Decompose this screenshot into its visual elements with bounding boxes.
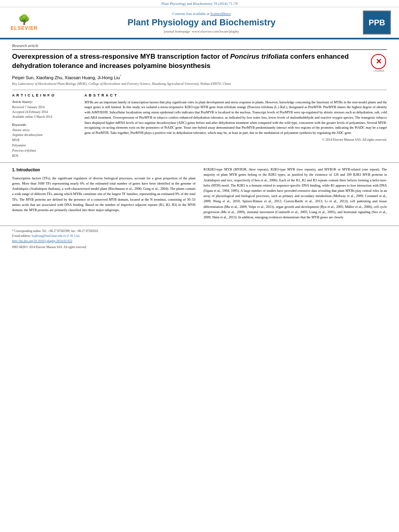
keyword-4: Polyamine bbox=[12, 143, 76, 148]
received-date: Received 7 January 2014 bbox=[12, 105, 76, 110]
keyword-3: MYB bbox=[12, 138, 76, 143]
keyword-6: ROS bbox=[12, 154, 76, 159]
journal-title: Plant Physiology and Biochemistry bbox=[44, 17, 359, 28]
tree-icon: 🌳 bbox=[18, 14, 30, 25]
elsevier-logo: 🌳 ELSEVIER bbox=[8, 14, 40, 31]
article-type-text: Research article bbox=[12, 43, 38, 48]
title-part1: Overexpression of a stress-responsive MY… bbox=[12, 53, 230, 60]
keyword-2: Arginine decarboxylase bbox=[12, 133, 76, 138]
ppb-text: PPB bbox=[368, 18, 385, 27]
corresponding-author: * Corresponding author. Tel.: +86 27 872… bbox=[12, 229, 387, 233]
accepted-date: Accepted 24 February 2014 bbox=[12, 110, 76, 115]
author-names: Peipei Sun, Xiaofang Zhu, Xiaosan Huang,… bbox=[12, 75, 120, 80]
keywords-label: Keywords: bbox=[12, 123, 76, 127]
email-label: E-mail address: bbox=[12, 234, 31, 238]
journal-citation-text: Plant Physiology and Biochemistry 78 (20… bbox=[161, 2, 238, 6]
contents-text: Contents lists available at bbox=[173, 12, 210, 16]
section-divider bbox=[0, 162, 399, 163]
email-value: liujihong@mail.hzau.edu.cn (J.-H. Liu). bbox=[32, 234, 80, 238]
issn-text: 0981-9428/© 2014 Elsevier Masson SAS. Al… bbox=[0, 244, 399, 250]
intro-para-1-text: Transcription factors (TFs), the signifi… bbox=[12, 176, 195, 212]
article-type: Research article bbox=[12, 43, 387, 50]
crossmark-badge[interactable]: ✕ CrossMark bbox=[371, 54, 387, 70]
article-title: Overexpression of a stress-responsive MY… bbox=[12, 52, 367, 71]
intro-para-1: Transcription factors (TFs), the signifi… bbox=[12, 176, 195, 213]
history-label: Article history: bbox=[12, 100, 76, 104]
journal-header: 🌳 ELSEVIER Contents lists available at S… bbox=[0, 7, 399, 39]
journal-center: Contents lists available at ScienceDirec… bbox=[44, 12, 359, 33]
email-line: E-mail address: liujihong@mail.hzau.edu.… bbox=[12, 234, 387, 238]
ppb-logo: PPB bbox=[363, 10, 391, 35]
body-content: 1. Introduction Transcription factors (T… bbox=[0, 167, 399, 222]
crossmark-text: CrossMark bbox=[371, 70, 387, 72]
affiliation-text: Key Laboratory of Horticultural Plant Bi… bbox=[12, 82, 231, 86]
article-info-abstract: A R T I C L E I N F O Article history: R… bbox=[12, 90, 387, 159]
keywords-section: Keywords: Abiotic stress Arginine decarb… bbox=[12, 123, 76, 159]
author-superscript: * bbox=[120, 74, 121, 78]
abstract-header: A B S T R A C T bbox=[84, 93, 387, 97]
sciencedirect-text: ScienceDirect bbox=[210, 12, 230, 16]
article-info-panel: A R T I C L E I N F O Article history: R… bbox=[12, 93, 76, 159]
body-col-left: 1. Introduction Transcription factors (T… bbox=[12, 167, 195, 222]
intro-heading: 1. Introduction bbox=[12, 167, 195, 173]
keyword-5: Poncirus trifoliata bbox=[12, 148, 76, 154]
crossmark-icon: ✕ bbox=[371, 54, 386, 69]
elsevier-wordmark: ELSEVIER bbox=[10, 25, 37, 31]
sciencedirect-link[interactable]: Contents lists available at ScienceDirec… bbox=[44, 12, 359, 16]
abstract-text: MYBs are an important family of transcri… bbox=[84, 100, 387, 136]
intro-para-2-text: R1R2R3-type MYB (MYB3R, three repeats), … bbox=[204, 167, 387, 219]
intro-para-2: R1R2R3-type MYB (MYB3R, three repeats), … bbox=[204, 167, 387, 220]
doi-link[interactable]: http://dx.doi.org/10.1016/j.plaphy.2014.… bbox=[12, 239, 387, 243]
available-date: Available online 5 March 2014 bbox=[12, 115, 76, 119]
body-col-right: R1R2R3-type MYB (MYB3R, three repeats), … bbox=[204, 167, 387, 222]
authors: Peipei Sun, Xiaofang Zhu, Xiaosan Huang,… bbox=[12, 74, 387, 80]
abstract-section: A B S T R A C T MYBs are an important fa… bbox=[84, 93, 387, 159]
journal-homepage: journal homepage: www.elsevier.com/locat… bbox=[44, 29, 359, 33]
footnotes: * Corresponding author. Tel.: +86 27 872… bbox=[0, 226, 399, 238]
abstract-body: MYBs are an important family of transcri… bbox=[84, 100, 387, 135]
affiliation: Key Laboratory of Horticultural Plant Bi… bbox=[12, 82, 387, 86]
article-title-section: Overexpression of a stress-responsive MY… bbox=[12, 52, 387, 71]
journal-citation: Plant Physiology and Biochemistry 78 (20… bbox=[0, 0, 399, 7]
article-info-header: A R T I C L E I N F O bbox=[12, 93, 76, 97]
main-content: Research article Overexpression of a str… bbox=[0, 39, 399, 158]
title-italic: Poncirus trifoliata bbox=[230, 53, 288, 60]
keyword-1: Abiotic stress bbox=[12, 128, 76, 133]
copyright-notice: © 2014 Elsevier Masson SAS. All rights r… bbox=[84, 138, 387, 142]
